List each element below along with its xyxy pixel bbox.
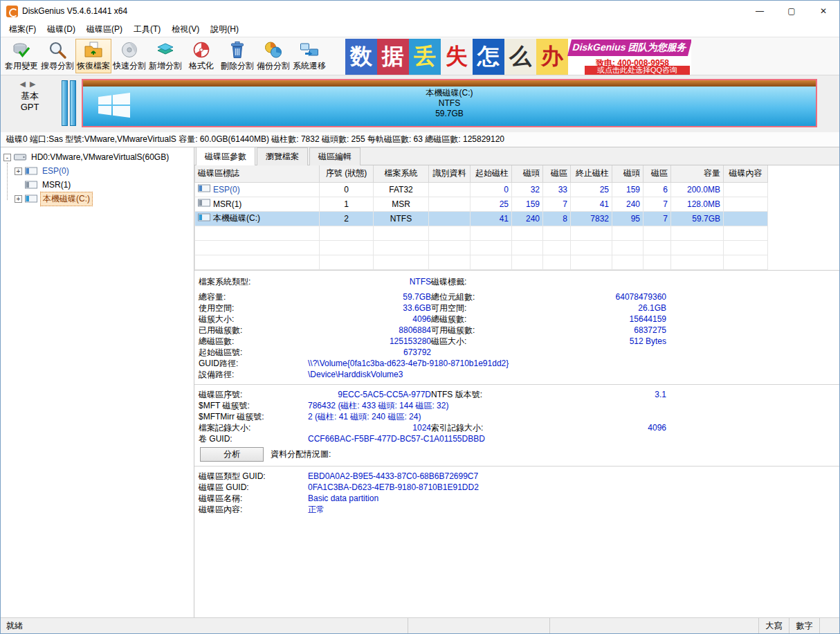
- system-migration-button[interactable]: 系統遷移: [291, 39, 327, 73]
- detail-row: 卷 GUID:CCF66BAC-F5BF-477D-BC57-C1A01155D…: [199, 433, 839, 444]
- backup-partition-button[interactable]: 備份分割: [255, 39, 291, 73]
- tree-item-label[interactable]: MSR(1): [40, 179, 73, 190]
- tree-item-esp[interactable]: + ESP(0): [3, 164, 194, 178]
- new-partition-button[interactable]: 新增分割: [147, 39, 183, 73]
- col-header: 磁碟內容: [724, 165, 768, 182]
- recover-files-button[interactable]: 恢復檔案: [75, 39, 111, 73]
- arrow-right-icon[interactable]: ▶: [30, 80, 39, 88]
- menu-disk[interactable]: 磁碟(D): [42, 22, 81, 37]
- disk-layout-strip: ◀▶ 基本 GPT 本機磁碟(C:) NTFS 59.7GB: [1, 75, 839, 132]
- partition-name: 本機磁碟(C:): [83, 88, 816, 98]
- partition-c-bar[interactable]: 本機磁碟(C:) NTFS 59.7GB: [82, 79, 817, 127]
- banner-char: 么: [504, 39, 536, 75]
- promo-banner[interactable]: 数 据 丢 失 怎 么 办 DiskGenius 团队为您服务 致电: 400-…: [345, 39, 691, 75]
- detail-row: 起始磁區號:673792: [199, 347, 839, 358]
- detail-row: 設備路徑:\Device\HarddiskVolume3: [199, 369, 839, 380]
- table-row-esp[interactable]: ESP(0) 0 FAT32 0 32 33 25 159 6 200.0MB: [195, 182, 768, 197]
- detail-row: 磁碟區序號:9ECC-5AC5-CC5A-977DNTFS 版本號:3.1: [199, 389, 839, 400]
- toolbar-label: 恢復檔案: [77, 60, 110, 72]
- quick-partition-icon: [120, 40, 139, 60]
- detail-row: 檔案記錄大小:1024索引記錄大小:4096: [199, 422, 839, 433]
- disk-type-label: 基本: [1, 91, 59, 102]
- expand-icon[interactable]: +: [15, 167, 22, 175]
- menu-partition[interactable]: 磁碟區(P): [81, 22, 128, 37]
- toolbar: 套用變更 搜尋分割 恢復檔案 快速分割 新增分割 格式化 刪除分割 備份分割: [1, 37, 839, 75]
- detail-row: $MFT 磁簇號:786432 (磁柱: 433 磁頭: 144 磁區: 32): [199, 400, 839, 411]
- disk-icon: [14, 152, 26, 162]
- partition-name-cell: 本機磁碟(C:): [213, 212, 260, 224]
- apply-changes-button[interactable]: 套用變更: [3, 39, 39, 73]
- disk-side-info: ◀▶ 基本 GPT: [1, 80, 59, 113]
- tree-item-local-c[interactable]: + 本機磁碟(C:): [3, 192, 194, 206]
- partition-body: 本機磁碟(C:) NTFS 59.7GB: [83, 87, 816, 126]
- col-header: 序號 (狀態): [320, 165, 374, 182]
- analyze-button[interactable]: 分析: [200, 447, 264, 462]
- disk-info-bar: 磁碟0 端口:Sas 型號:VMware,VMwareVirtualS 容量: …: [1, 132, 839, 147]
- banner-char: 数: [345, 39, 377, 75]
- banner-char: 办: [536, 39, 568, 75]
- system-migration-icon: [300, 40, 319, 60]
- detail-row: 總容量:59.7GB總位元組數:64078479360: [199, 291, 839, 302]
- banner-tiles: 数 据 丢 失 怎 么 办: [345, 39, 568, 75]
- search-partition-button[interactable]: 搜尋分割: [39, 39, 75, 73]
- delete-partition-icon: [228, 40, 247, 60]
- menu-help[interactable]: 說明(H): [205, 22, 244, 37]
- banner-qq-link[interactable]: 或点击此处选择QQ咨询: [585, 66, 690, 75]
- partition-size: 59.7GB: [83, 109, 816, 119]
- arrow-left-icon[interactable]: ◀: [20, 80, 30, 88]
- partition-used-strip: [83, 80, 816, 87]
- window-controls: — ▢ ✕: [744, 1, 839, 21]
- delete-partition-button[interactable]: 刪除分割: [219, 39, 255, 73]
- esp-mini-partition[interactable]: [62, 80, 68, 126]
- right-panel-tabs: 磁碟區參數 瀏覽檔案 磁區編輯: [194, 147, 839, 165]
- tree-item-label[interactable]: 本機磁碟(C:): [40, 192, 93, 206]
- status-resize-grip[interactable]: [819, 618, 839, 633]
- partition-icon: [198, 199, 210, 209]
- banner-promo-area: DiskGenius 团队为您服务 致电: 400-008-9958 或点击此处…: [568, 39, 691, 75]
- tab-browse-files[interactable]: 瀏覽檔案: [257, 147, 308, 165]
- detail-row: 總磁區數:125153280磁區大小:512 Bytes: [199, 336, 839, 347]
- partition-icon: [198, 213, 210, 224]
- tab-sector-edit[interactable]: 磁區編輯: [309, 147, 360, 165]
- table-row-msr[interactable]: MSR(1) 1 MSR 25 159 7 41 240 7 128.0MB: [195, 197, 768, 211]
- detail-row: $MFTMirr 磁簇號:2 (磁柱: 41 磁頭: 240 磁區: 24): [199, 411, 839, 422]
- minimize-button[interactable]: —: [744, 1, 776, 21]
- banner-char: 丢: [409, 39, 441, 75]
- col-header: 磁區: [643, 165, 671, 182]
- menu-file[interactable]: 檔案(F): [3, 22, 42, 37]
- section-divider: [194, 384, 839, 385]
- toolbar-label: 套用變更: [5, 60, 38, 72]
- quick-partition-button[interactable]: 快速分割: [111, 39, 147, 73]
- new-partition-icon: [156, 40, 175, 60]
- tree-connector-line: [7, 163, 8, 200]
- expand-icon[interactable]: +: [15, 195, 22, 203]
- disk-nav-arrows[interactable]: ◀▶: [1, 80, 59, 89]
- status-capslock: 大寫: [758, 618, 789, 633]
- banner-team-text: DiskGenius 团队为您服务: [567, 39, 691, 56]
- tree-root-disk[interactable]: - HD0:VMware,VMwareVirtualS(60GB): [3, 150, 194, 164]
- app-window: DiskGenius V5.4.6.1441 x64 — ▢ ✕ 檔案(F) 磁…: [0, 0, 840, 634]
- detail-row: 磁碟區 GUID:0FA1C3BA-D623-4E7B-9180-8710B1E…: [199, 482, 839, 493]
- menu-tools[interactable]: 工具(T): [128, 22, 166, 37]
- col-header: 檔案系統: [374, 165, 429, 182]
- col-header: 磁區: [543, 165, 571, 182]
- close-button[interactable]: ✕: [807, 1, 839, 21]
- msr-mini-partition[interactable]: [70, 80, 76, 126]
- table-empty-row: [195, 226, 768, 240]
- col-header: 磁頭: [512, 165, 543, 182]
- menu-view[interactable]: 檢視(V): [166, 22, 205, 37]
- toolbar-label: 搜尋分割: [41, 60, 74, 72]
- tab-partition-parameters[interactable]: 磁碟區參數: [196, 147, 255, 165]
- maximize-button[interactable]: ▢: [776, 1, 807, 21]
- format-button[interactable]: 格式化: [183, 39, 219, 73]
- tree-item-label[interactable]: ESP(0): [40, 165, 71, 176]
- tree-root-label[interactable]: HD0:VMware,VMwareVirtualS(60GB): [29, 152, 171, 163]
- collapse-icon[interactable]: -: [3, 154, 11, 161]
- table-row-local-c[interactable]: 本機磁碟(C:) 2 NTFS 41 240 8 7832 95 7 59.7G…: [195, 211, 768, 226]
- col-header: 識別資料: [429, 165, 471, 182]
- partition-name-cell: ESP(0): [213, 185, 240, 194]
- partition-table: 磁碟區標誌 序號 (狀態) 檔案系統 識別資料 起始磁柱 磁頭 磁區 終止磁柱 …: [194, 165, 768, 270]
- allocation-map-label: 資料分配情況圖:: [271, 449, 331, 460]
- col-header: 容量: [671, 165, 724, 182]
- tree-item-msr[interactable]: MSR(1): [3, 178, 194, 192]
